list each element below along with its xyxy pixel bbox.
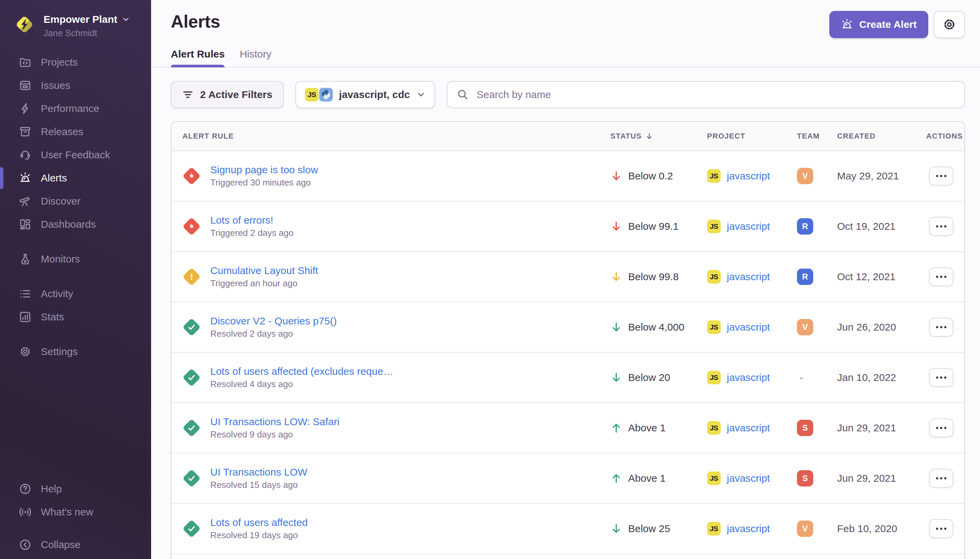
team-empty: - [797,372,803,383]
table-body: Signup page is too slow Triggered 30 min… [172,151,964,554]
alert-severity-resolved-icon [182,419,201,437]
created-date: Oct 12, 2021 [837,271,926,283]
sidebar-item-stats[interactable]: Stats [0,305,151,329]
row-actions-button[interactable] [929,469,954,488]
alert-rule-link[interactable]: Lots of users affected (excludes reque… [210,366,393,377]
status-value: Below 99.1 [628,221,678,232]
sidebar-item-monitors[interactable]: Monitors [0,248,151,271]
column-header-status[interactable]: Status [610,132,707,141]
alert-rule-link[interactable]: Cumulative Layout Shift [210,265,318,276]
sidebar-item-collapse[interactable]: Collapse [0,533,151,556]
sidebar-item-activity[interactable]: Activity [0,282,151,305]
project-link[interactable]: javascript [727,271,770,283]
row-actions-button[interactable] [929,418,954,437]
team-cell: V [797,168,837,184]
empower-plant-logo [13,13,36,36]
project-cell: JS javascript [707,169,797,183]
sidebar-item-label: Settings [41,346,78,357]
team-cell: R [797,269,837,285]
project-link[interactable]: javascript [727,170,770,182]
project-link[interactable]: javascript [727,321,770,333]
status-value: Above 1 [628,473,666,484]
org-meta: Empower Plant Jane Schmidt [44,13,130,38]
sidebar-item-discover[interactable]: Discover [0,190,151,213]
create-alert-button[interactable]: Create Alert [829,11,928,38]
search-box [447,81,965,108]
alert-severity-resolved-icon [182,318,201,336]
alert-rule-cell: UI Transactions LOW: Safari Resolved 9 d… [182,416,610,440]
sidebar-item-user-feedback[interactable]: User Feedback [0,143,151,167]
sidebar-item-label: Help [41,483,62,495]
arrow-down-icon [610,221,622,232]
javascript-platform-icon: JS [707,471,721,485]
status-value: Below 4,000 [628,321,684,333]
team-avatar: R [797,269,813,285]
table-row: UI Transactions LOW Resolved 15 days ago… [172,453,964,504]
sidebar-item-settings[interactable]: Settings [0,340,151,363]
sidebar-item-help[interactable]: Help [0,477,151,500]
sidebar: Empower Plant Jane Schmidt ProjectsIssue… [0,0,151,559]
alert-rule-status-text: Triggered 30 minutes ago [210,177,311,188]
team-avatar: V [797,521,813,537]
team-avatar: V [797,319,813,335]
row-actions-button[interactable] [929,267,954,286]
search-input[interactable] [475,88,955,101]
sidebar-item-projects[interactable]: Projects [0,51,151,74]
project-link[interactable]: javascript [727,372,770,383]
project-selector-button[interactable]: JS javascript, cdc [295,81,435,108]
tab-bar: Alert RulesHistory [151,44,980,68]
sidebar-item-issues[interactable]: Issues [0,74,151,97]
arrow-down-icon [610,372,622,383]
sort-arrow-down-icon [645,132,653,140]
team-cell: R [797,218,837,235]
row-actions-button[interactable] [929,519,954,538]
active-filters-button[interactable]: 2 Active Filters [171,81,284,108]
row-actions-button[interactable] [929,368,954,387]
alert-rule-link[interactable]: Lots of users affected [210,517,308,528]
sidebar-item-releases[interactable]: Releases [0,120,151,143]
status-cell: Below 99.1 [610,221,707,232]
arrow-up-icon [610,473,622,484]
org-name: Empower Plant [44,13,117,25]
tab-alert-rules[interactable]: Alert Rules [171,44,224,67]
sidebar-item-label: Dashboards [41,218,96,230]
project-link[interactable]: javascript [727,422,770,434]
project-link[interactable]: javascript [727,523,770,534]
javascript-platform-icon: JS [707,220,721,233]
status-value: Below 20 [628,372,670,383]
team-avatar: V [797,168,813,184]
row-actions-button[interactable] [929,167,954,185]
row-actions-button[interactable] [929,217,954,236]
project-link[interactable]: javascript [727,473,770,484]
team-cell: S [797,470,837,486]
sidebar-item-alerts[interactable]: Alerts [0,167,151,190]
javascript-platform-icon: JS [707,270,721,284]
alert-rule-link[interactable]: UI Transactions LOW: Safari [210,416,340,428]
alert-rule-link[interactable]: UI Transactions LOW [210,466,307,478]
alert-severity-critical-icon [182,217,201,236]
alerts-settings-button[interactable] [934,11,965,38]
table-row: Lots of users affected Resolved 19 days … [172,504,964,554]
javascript-platform-icon: JS [707,522,721,536]
alert-rule-text: UI Transactions LOW Resolved 15 days ago [210,466,307,491]
row-actions-button[interactable] [929,318,954,337]
actions-cell [926,167,954,185]
alert-rule-status-text: Triggered an hour ago [210,278,297,288]
nav-spacer [0,524,151,533]
sidebar-item-dashboards[interactable]: Dashboards [0,213,151,236]
project-link[interactable]: javascript [727,221,770,232]
alert-rule-link[interactable]: Signup page is too slow [210,164,318,176]
arrow-down-icon [610,523,622,534]
alert-rule-text: Discover V2 - Queries p75() Resolved 2 d… [210,315,337,339]
alert-rule-link[interactable]: Discover V2 - Queries p75() [210,315,337,327]
tab-history[interactable]: History [239,44,271,67]
sidebar-item-whats-new[interactable]: What's new [0,500,151,524]
alert-rule-cell: Lots of users affected (excludes reque… … [182,366,610,390]
sidebar-item-performance[interactable]: Performance [0,97,151,120]
app-window: Empower Plant Jane Schmidt ProjectsIssue… [0,0,980,559]
org-switcher[interactable]: Empower Plant Jane Schmidt [0,0,151,38]
alert-rule-status-text: Resolved 4 days ago [210,379,293,389]
alert-rule-link[interactable]: Lots of errors! [210,215,294,226]
team-avatar: S [797,470,813,486]
created-date: Jun 29, 2021 [837,473,926,484]
